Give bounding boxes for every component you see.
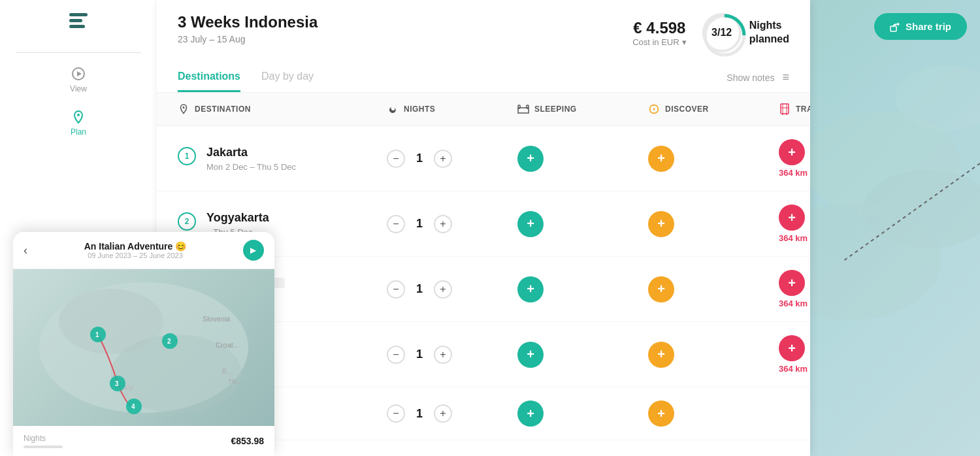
col-header-discover: DISCOVER [648,103,779,115]
sleeping-cell-2: + [517,211,648,237]
tab-destinations[interactable]: Destinations [178,63,240,92]
nights-control-4: − 1 + [387,346,517,364]
dest-dates-1: Mon 2 Dec – Thu 5 Dec [206,162,296,172]
card-back-button[interactable]: ‹ [24,244,27,257]
sleeping-cell-3: + [517,276,648,302]
nights-planned-label: Nights planned [749,19,789,46]
sidebar-divider-1 [16,52,141,53]
dest-name-2: Yogyakarta [206,211,269,225]
nights-control-1: − 1 + [387,150,517,168]
svg-point-11 [77,114,80,116]
transport-add-4[interactable]: + [779,335,805,361]
transport-km-2: 364 km [779,233,808,243]
sidebar-view-label: View [70,84,87,93]
svg-rect-7 [69,19,82,22]
col-header-transport: TRANSPORT [779,103,810,115]
sleeping-add-3[interactable]: + [517,276,544,302]
header-right: € 4.598 Cost in EUR ▾ 3/12 [632,13,789,52]
svg-point-17 [183,106,185,108]
card-title-block: An Italian Adventure 😊 09 June 2023 – 25… [84,241,187,259]
nights-decrease-3[interactable]: − [387,280,405,299]
nights-increase-4[interactable]: + [434,346,452,364]
sleeping-add-1[interactable]: + [517,146,544,172]
discover-cell-4: + [648,342,779,368]
nights-progress-bar [24,446,63,448]
sidebar-item-plan[interactable]: Plan [0,101,157,144]
sleeping-add-2[interactable]: + [517,211,544,237]
overlay-card: ‹ An Italian Adventure 😊 09 June 2023 – … [13,232,274,456]
destination-cell-1: 1 Jakarta Mon 2 Dec – Thu 5 Dec [178,146,387,172]
svg-text:1: 1 [95,331,99,338]
nights-increase-1[interactable]: + [434,150,452,168]
discover-add-5[interactable]: + [648,400,674,427]
svg-text:B...: B... [222,368,232,375]
transport-cell-1: + 364 km [779,139,810,178]
footer-nights: Nights [24,434,63,448]
discover-col-icon [648,103,660,115]
nights-value-1: 1 [413,152,426,165]
svg-text:Ho...: Ho... [229,378,242,385]
transport-col-icon [779,103,791,115]
cost-amount: € 4.598 [632,19,687,37]
tab-bar: Destinations Day by day Show notes ≡ [178,63,789,92]
col-header-sleeping: SLEEPING [517,103,648,115]
menu-icon[interactable]: ≡ [782,71,789,84]
dest-name-1: Jakarta [206,146,296,159]
discover-add-3[interactable]: + [648,276,674,302]
nights-increase-3[interactable]: + [434,280,452,299]
discover-add-1[interactable]: + [648,146,674,172]
map-route-dots [810,131,980,261]
sleeping-cell-4: + [517,342,648,368]
cost-currency-dropdown[interactable]: ▾ [682,37,687,47]
discover-cell-2: + [648,211,779,237]
view-icon [71,66,86,82]
discover-add-4[interactable]: + [648,342,674,368]
svg-rect-20 [527,105,529,108]
svg-rect-29 [781,104,789,114]
share-trip-button[interactable]: Share trip [874,13,967,40]
nights-increase-5[interactable]: + [434,404,452,423]
trip-info: 3 Weeks Indonesia 23 July – 15 Aug [178,13,318,44]
nights-decrease-5[interactable]: − [387,404,405,423]
nights-control-2: − 1 + [387,215,517,233]
discover-add-2[interactable]: + [648,211,674,237]
destination-col-icon [178,103,189,115]
nights-increase-2[interactable]: + [434,215,452,233]
dest-number-2: 2 [178,212,196,231]
transport-cell-3: + 364 km [779,270,810,308]
svg-text:4: 4 [131,403,135,410]
table-header-row: DESTINATION NIGHTS [157,93,810,126]
nights-value-2: 1 [413,217,426,231]
svg-line-5 [843,163,980,261]
card-play-button[interactable]: ▶ [243,240,264,261]
card-header: ‹ An Italian Adventure 😊 09 June 2023 – … [13,232,274,269]
card-map: Slovenia Croat... B... Ho... Italy 1 2 3… [13,269,274,426]
nights-decrease-4[interactable]: − [387,346,405,364]
svg-point-24 [653,108,655,110]
nights-control-3: − 1 + [387,280,517,299]
sidebar-item-view[interactable]: View [0,58,157,101]
transport-cell-4: + 364 km [779,335,810,374]
nights-decrease-1[interactable]: − [387,150,405,168]
sleeping-col-icon [517,103,529,115]
svg-rect-6 [69,13,88,16]
nights-control-5: − 1 + [387,404,517,423]
sleeping-add-5[interactable]: + [517,400,544,427]
nights-block: 3/12 Nights planned [702,13,789,52]
svg-marker-10 [77,71,82,76]
transport-add-3[interactable]: + [779,270,805,296]
svg-text:Slovenia: Slovenia [203,315,231,323]
transport-add-2[interactable]: + [779,204,805,231]
sleeping-cell-5: + [517,400,648,427]
nights-value-4: 1 [413,348,426,361]
share-icon [890,22,900,32]
transport-add-1[interactable]: + [779,139,805,165]
tab-day-by-day[interactable]: Day by day [261,63,314,92]
nights-circle: 3/12 [702,13,742,52]
show-notes-link[interactable]: Show notes [727,73,774,83]
table-row: 1 Jakarta Mon 2 Dec – Thu 5 Dec − 1 + + … [157,126,810,191]
cost-label: Cost in EUR ▾ [632,37,687,47]
sleeping-add-4[interactable]: + [517,342,544,368]
nights-decrease-2[interactable]: − [387,215,405,233]
card-subtitle: 09 June 2023 – 25 June 2023 [84,252,187,259]
